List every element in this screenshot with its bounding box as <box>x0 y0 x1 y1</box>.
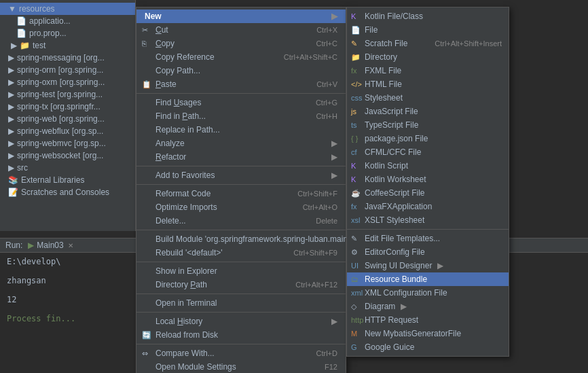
sub-item-js[interactable]: js JavaScript File <box>347 105 509 118</box>
run-tab-close[interactable]: ✕ <box>68 242 73 249</box>
menu-item-reformat[interactable]: Reformat Code Ctrl+Shift+F <box>136 187 346 200</box>
separator-6 <box>136 294 346 294</box>
sub-item-directory[interactable]: 📁 Directory <box>347 50 509 64</box>
menu-item-local-history[interactable]: Local History ▶ <box>136 315 346 328</box>
menu-item-delete-label: Delete... <box>155 216 302 226</box>
sub-item-edit-templates[interactable]: ✎ Edit File Templates... <box>347 232 509 245</box>
menu-item-dir-path[interactable]: Directory Path Ctrl+Alt+F12 <box>136 278 346 291</box>
tree-item-orm[interactable]: ▶ spring-orm [org.spring... <box>0 64 135 76</box>
menu-item-optimize-label: Optimize Imports <box>155 202 289 212</box>
sub-item-xslt[interactable]: xsl XSLT Stylesheet <box>347 213 509 227</box>
tree-item-web[interactable]: ▶ spring-web [org.spring... <box>0 113 135 125</box>
menu-item-analyze[interactable]: Analyze ▶ <box>136 137 346 150</box>
tree-item-spring-test[interactable]: ▶ spring-test [org.spring... <box>0 88 135 101</box>
menu-item-reload[interactable]: 🔄 Reload from Disk <box>136 328 346 342</box>
menu-item-delete[interactable]: Delete... Delete <box>136 214 346 228</box>
ts-icon: ts <box>351 121 357 129</box>
sub-item-html[interactable]: </> HTML File <box>347 77 509 91</box>
run-icon: ▶ <box>28 241 34 250</box>
menu-item-copy-path[interactable]: Copy Path... <box>136 64 346 77</box>
sub-item-diagram-label: Diagram <box>365 302 395 311</box>
sub-item-kotlin-script[interactable]: K Kotlin Script <box>347 159 509 173</box>
menu-item-build-module[interactable]: Build Module 'org.springframework.spring… <box>136 232 346 246</box>
sub-item-http[interactable]: http HTTP Request <box>347 313 509 327</box>
run-tab-main03[interactable]: ▶ Main03 ✕ <box>28 241 73 250</box>
sub-item-kotlin-worksheet[interactable]: K Kotlin Worksheet <box>347 173 509 186</box>
submenu-arrow: ▶ <box>331 12 337 21</box>
sub-item-diagram[interactable]: ◇ Diagram ▶ <box>347 300 509 313</box>
menu-item-open-settings[interactable]: Open Module Settings F12 <box>136 360 346 373</box>
tree-item-webflux[interactable]: ▶ spring-webflux [org.sp... <box>0 125 135 137</box>
menu-item-new[interactable]: New ▶ <box>136 10 346 23</box>
sub-item-stylesheet[interactable]: css Stylesheet <box>347 91 509 105</box>
menu-item-paste[interactable]: 📋 Paste Ctrl+V <box>136 77 346 91</box>
menu-item-compare-with[interactable]: ⇔ Compare With... Ctrl+D <box>136 347 346 360</box>
menu-item-explorer-label: Show in Explorer <box>155 266 337 276</box>
sub-item-mybatis[interactable]: M New MybatisGeneratorFile <box>347 327 509 340</box>
pkg-icon: { } <box>351 135 358 143</box>
sub-item-resource-bundle[interactable]: 🗂 Resource Bundle <box>347 272 509 286</box>
folder-icon: ▶ <box>11 41 17 50</box>
menu-item-copy-ref-label: Copy Reference <box>155 52 270 62</box>
tree-item-label: spring-orm [org.spring... <box>17 65 103 75</box>
separator-5 <box>136 262 346 262</box>
menu-item-refactor[interactable]: Refactor ▶ <box>136 150 346 164</box>
tree-item-application[interactable]: 📄 applicatio... <box>0 15 135 27</box>
separator-4 <box>136 230 346 230</box>
sub-item-javafx[interactable]: fx JavaFXApplication <box>347 200 509 213</box>
sub-item-guice[interactable]: G Google Guice <box>347 340 509 354</box>
optimize-shortcut: Ctrl+Alt+O <box>303 203 337 211</box>
menu-item-optimize[interactable]: Optimize Imports Ctrl+Alt+O <box>136 200 346 214</box>
sub-item-file[interactable]: 📄 File <box>347 23 509 37</box>
tree-item-oxm[interactable]: ▶ spring-oxm [org.spring... <box>0 76 135 88</box>
menu-item-copy-path-label: Copy Path... <box>155 66 337 75</box>
menu-item-cut-label: Cut <box>155 25 303 35</box>
menu-item-replace-in-path[interactable]: Replace in Path... <box>136 123 346 137</box>
compare-shortcut: Ctrl+D <box>316 349 337 357</box>
sub-item-scratch[interactable]: ✎ Scratch File Ctrl+Alt+Shift+Insert <box>347 37 509 50</box>
sub-item-ts[interactable]: ts TypeScript File <box>347 118 509 132</box>
favorites-arrow: ▶ <box>331 171 337 180</box>
tree-item-tx[interactable]: ▶ spring-tx [org.springfr... <box>0 101 135 113</box>
menu-item-add-favorites[interactable]: Add to Favorites ▶ <box>136 168 346 182</box>
tree-item-label: spring-oxm [org.spring... <box>17 77 105 87</box>
tree-item-label: pro.prop... <box>29 29 67 38</box>
tree-item-label: spring-webmvc [org.sp... <box>17 139 106 148</box>
sub-item-swing[interactable]: UI Swing UI Designer ▶ <box>347 259 509 272</box>
sub-item-cfml[interactable]: cf CFML/CFC File <box>347 145 509 159</box>
history-arrow: ▶ <box>331 317 337 326</box>
menu-item-open-terminal[interactable]: Open in Terminal <box>136 296 346 310</box>
sub-item-coffee-label: CoffeeScript File <box>365 188 424 198</box>
tree-item-test[interactable]: ▶ 📁 test <box>0 39 135 52</box>
menu-item-show-explorer[interactable]: Show in Explorer <box>136 264 346 278</box>
tree-item-resources[interactable]: ▼ resources <box>0 3 135 15</box>
sub-item-kotlin-file[interactable]: K Kotlin File/Class <box>347 10 509 23</box>
tree-item-external-libs[interactable]: 📚 External Libraries <box>0 174 135 186</box>
menu-item-find-in-path[interactable]: Find in Path... Ctrl+H <box>136 109 346 123</box>
sub-item-fxml[interactable]: fx FXML File <box>347 64 509 77</box>
css-icon: css <box>351 94 363 102</box>
tree-item-webmvc[interactable]: ▶ spring-webmvc [org.sp... <box>0 137 135 149</box>
submenu-sep-1 <box>347 229 509 230</box>
separator-7 <box>136 312 346 313</box>
sub-item-swing-label: Swing UI Designer <box>365 261 432 270</box>
tree-item-messaging[interactable]: ▶ spring-messaging [org... <box>0 52 135 64</box>
sub-item-pkg-json[interactable]: { } package.json File <box>347 132 509 145</box>
tree-item-scratches[interactable]: 📝 Scratches and Consoles <box>0 186 135 198</box>
sub-item-editorconfig-label: EditorConfig File <box>365 247 425 257</box>
menu-item-copy[interactable]: ⎘ Copy Ctrl+C <box>136 37 346 50</box>
menu-item-copy-reference[interactable]: Copy Reference Ctrl+Alt+Shift+C <box>136 50 346 64</box>
menu-item-cut[interactable]: ✂ Cut Ctrl+X <box>136 23 346 37</box>
scratch-shortcut: Ctrl+Alt+Shift+Insert <box>428 39 502 48</box>
sub-item-editorconfig[interactable]: ⚙ EditorConfig File <box>347 245 509 259</box>
run-tab-label[interactable]: Main03 <box>37 241 63 250</box>
tree-item-propfile[interactable]: 📄 pro.prop... <box>0 27 135 39</box>
menu-item-find-usages[interactable]: Find Usages Ctrl+G <box>136 96 346 109</box>
tree-item-src[interactable]: ▶ src <box>0 162 135 174</box>
tree-item-websocket[interactable]: ▶ spring-websocket [org... <box>0 149 135 162</box>
copy-ref-shortcut: Ctrl+Alt+Shift+C <box>284 53 337 61</box>
menu-item-rebuild[interactable]: Rebuild '<default>' Ctrl+Shift+F9 <box>136 246 346 260</box>
sub-item-xml-config[interactable]: xml XML Configuration File <box>347 286 509 300</box>
sub-item-coffeescript[interactable]: ☕ CoffeeScript File <box>347 186 509 200</box>
paste-icon: 📋 <box>142 80 151 89</box>
